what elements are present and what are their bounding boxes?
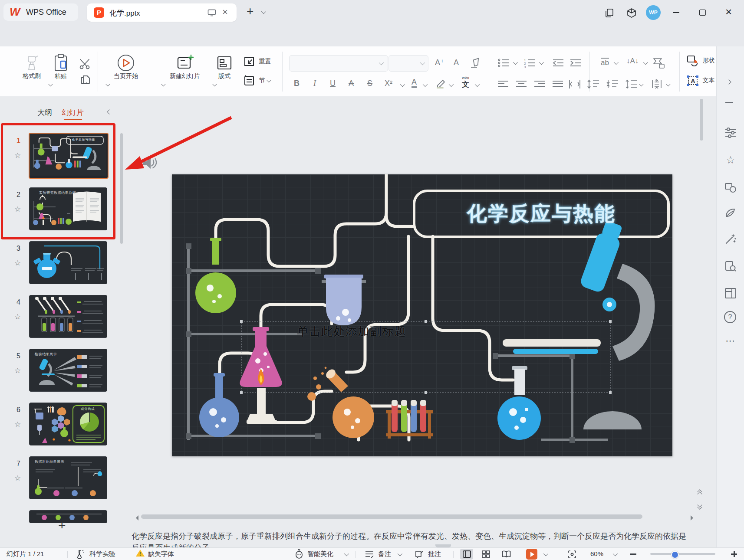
speaker-icon[interactable]	[139, 154, 158, 173]
layout-chevron-icon[interactable]	[212, 82, 217, 86]
align-right-icon[interactable]	[534, 80, 545, 88]
reading-view-button[interactable]	[502, 550, 511, 558]
section-chevron-icon[interactable]	[267, 78, 271, 82]
slide-star-icon[interactable]: ☆	[14, 474, 21, 483]
slide-thumbnail-5[interactable]: 检验结果展示	[29, 349, 107, 392]
notes-chevron-icon[interactable]	[398, 551, 402, 556]
slide-star-icon[interactable]: ☆	[14, 312, 21, 321]
underline-button[interactable]: U	[330, 79, 336, 88]
italic-button[interactable]: I	[313, 79, 316, 88]
superscript-chevron-icon[interactable]	[400, 82, 405, 87]
font-name-select[interactable]	[289, 55, 388, 72]
font-size-select[interactable]	[388, 55, 428, 72]
collapse-panel-icon[interactable]	[107, 109, 112, 114]
decrease-indent-icon[interactable]	[552, 59, 564, 67]
pages-icon[interactable]	[604, 8, 615, 18]
more-tools-icon[interactable]: ⋯	[724, 335, 737, 347]
object-properties-icon[interactable]	[724, 127, 737, 138]
close-window-button[interactable]: ×	[725, 7, 732, 16]
slide-title[interactable]: 化学反应与热能	[414, 200, 668, 227]
avatar[interactable]: WP	[646, 5, 661, 20]
shapes-button[interactable]: 形状	[687, 55, 714, 66]
cut-icon[interactable]	[79, 59, 91, 70]
beautify-label[interactable]: 智能美化	[307, 550, 333, 558]
bullet-chevron-icon[interactable]	[513, 60, 518, 65]
textbox-button[interactable]: A 文本	[687, 75, 714, 86]
new-slide-button[interactable]: 新建幻灯片	[160, 53, 210, 88]
fit-slide-icon[interactable]	[568, 550, 576, 559]
hscroll-right-arrow-icon[interactable]	[691, 515, 696, 521]
slide-subtitle-placeholder[interactable]: 单击此处添加副标题	[297, 324, 406, 339]
slide-thumbnail-4[interactable]	[29, 295, 107, 338]
zoom-chevron-icon[interactable]	[613, 551, 618, 556]
previous-slide-button[interactable]	[698, 490, 701, 496]
favorites-star-icon[interactable]: ☆	[724, 154, 737, 166]
phonetic-chevron-icon[interactable]	[614, 60, 619, 65]
new-slide-chevron-icon[interactable]	[161, 82, 166, 86]
clear-format-icon[interactable]	[469, 58, 482, 69]
slide-star-icon[interactable]: ☆	[14, 420, 21, 429]
paragraph-chevron-icon[interactable]	[666, 82, 671, 86]
slide-star-icon[interactable]: ☆	[14, 259, 21, 268]
line-spacing-icon[interactable]	[625, 79, 637, 89]
document-tab[interactable]: P 化学.pptx ×	[87, 3, 237, 22]
tab-outline[interactable]: 大纲	[37, 108, 52, 118]
zoom-slider-track[interactable]	[650, 553, 715, 555]
next-slide-button[interactable]	[698, 503, 701, 509]
increase-font-button[interactable]: A⁺	[435, 58, 444, 67]
find-replace-icon[interactable]	[724, 261, 737, 272]
increase-indent-icon[interactable]	[570, 59, 582, 67]
ribbon-expand-icon[interactable]	[726, 79, 731, 84]
align-left-icon[interactable]	[497, 80, 509, 88]
tab-slides[interactable]: 幻灯片	[62, 108, 84, 118]
slide-star-icon[interactable]: ☆	[14, 366, 21, 375]
text-direction-button[interactable]: ↓A↓	[626, 57, 639, 65]
superscript-button[interactable]: X²	[385, 79, 392, 88]
play-chevron-icon[interactable]	[105, 82, 110, 86]
new-tab-button[interactable]: +	[247, 4, 253, 18]
canvas-vscrollbar[interactable]	[700, 99, 703, 141]
missing-font-label[interactable]: 缺失字体	[148, 550, 174, 558]
paragraph-settings-icon[interactable]	[650, 79, 663, 89]
phonetic-button[interactable]: ab	[601, 58, 609, 67]
effects-wand-icon[interactable]	[724, 234, 737, 245]
slide-sorter-view-button[interactable]	[482, 550, 490, 558]
maximize-button[interactable]	[699, 10, 706, 16]
play-from-current-button[interactable]: 当页开始	[104, 53, 148, 88]
space-after-icon[interactable]	[606, 79, 619, 89]
numbered-list-icon[interactable]: 123	[523, 58, 537, 68]
add-slide-button[interactable]: +	[58, 518, 66, 533]
zoom-level[interactable]: 60%	[590, 550, 603, 557]
highlight-icon[interactable]	[435, 79, 447, 89]
paste-chevron-icon[interactable]	[48, 82, 53, 86]
zoom-slider-handle[interactable]	[671, 551, 679, 559]
notes-resize-handle[interactable]	[435, 544, 451, 547]
wps-home-button[interactable]: W WPS Office	[3, 3, 78, 21]
reset-button[interactable]: 重置	[243, 56, 271, 67]
minimize-button[interactable]	[673, 12, 679, 13]
paste-button[interactable]: 粘贴	[47, 53, 75, 88]
distribute-icon[interactable]	[569, 79, 581, 89]
notes-text[interactable]: 化学反应是指分子破裂成原子，原子重新排列组合生成新分子的过程。在反应中常伴有发光…	[132, 531, 691, 547]
bold-button[interactable]: B	[294, 79, 300, 88]
design-leaf-icon[interactable]	[724, 208, 737, 219]
strikethrough-button[interactable]: S	[367, 79, 372, 88]
material-library-icon[interactable]	[724, 182, 737, 193]
zoom-out-button[interactable]	[630, 553, 636, 555]
normal-view-button[interactable]	[463, 550, 471, 558]
bullet-list-icon[interactable]	[497, 58, 510, 68]
hscroll-left-arrow-icon[interactable]	[133, 515, 138, 521]
help-icon[interactable]: ?	[724, 311, 736, 323]
font-color-chevron-icon[interactable]	[423, 82, 428, 87]
decrease-font-button[interactable]: A⁻	[454, 58, 463, 67]
align-center-icon[interactable]	[516, 80, 527, 88]
pinyin-chevron-icon[interactable]	[475, 82, 480, 87]
justify-icon[interactable]	[552, 80, 563, 88]
panel-scrollbar[interactable]	[120, 133, 123, 244]
space-before-icon[interactable]	[587, 79, 600, 89]
template-name[interactable]: 科学实验	[89, 550, 115, 558]
canvas-hscrollbar[interactable]	[141, 514, 642, 519]
section-button[interactable]: 节	[243, 75, 270, 86]
close-document-icon[interactable]: ×	[222, 8, 228, 16]
replace-icon[interactable]	[652, 57, 665, 69]
